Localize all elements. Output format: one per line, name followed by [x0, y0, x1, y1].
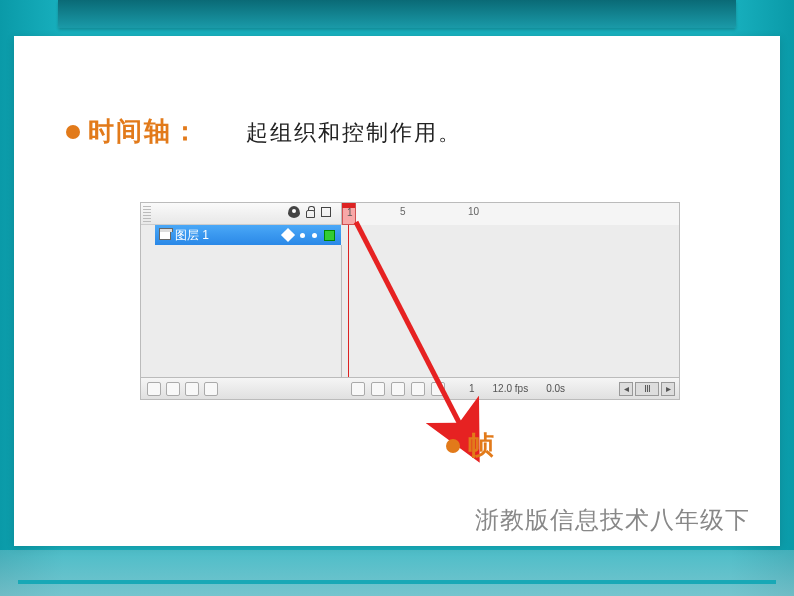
elapsed-time-value: 0.0s — [546, 383, 565, 394]
timeline-empty-area — [141, 245, 679, 377]
layer-icon — [159, 230, 171, 240]
frame-area-bg — [341, 245, 679, 377]
visibility-dot[interactable] — [300, 233, 305, 238]
frame-callout-label: 帧 — [446, 428, 494, 463]
center-frame-button[interactable] — [351, 382, 365, 396]
timeline-status: 1 12.0 fps 0.0s — [445, 383, 565, 394]
outline-color-swatch[interactable] — [324, 230, 335, 241]
panel-grip-icon[interactable] — [143, 206, 151, 222]
timeline-bottom-bar: 1 12.0 fps 0.0s ◂ Ⅲ ▸ — [141, 377, 679, 399]
lock-dot[interactable] — [312, 233, 317, 238]
heading-text: 时间轴： — [88, 114, 200, 149]
layer-controls — [141, 382, 341, 396]
new-folder-button[interactable] — [185, 382, 199, 396]
layer-name: 图层 1 — [175, 227, 209, 244]
onion-skin-markers-button[interactable] — [431, 382, 445, 396]
frame-label-text: 帧 — [468, 428, 494, 463]
flash-timeline-panel: 1 5 10 图层 1 — [140, 202, 680, 400]
visibility-eye-icon[interactable] — [288, 206, 300, 218]
onion-skin-outlines-button[interactable] — [391, 382, 405, 396]
current-frame-value: 1 — [469, 383, 475, 394]
footer-text: 浙教版信息技术八年级下 — [475, 504, 750, 536]
new-layer-button[interactable] — [147, 382, 161, 396]
heading-row: 时间轴： — [66, 114, 200, 149]
scroll-right-button[interactable]: ▸ — [661, 382, 675, 396]
onion-skin-controls — [341, 382, 445, 396]
layer-toggles — [283, 230, 335, 241]
frame-ruler[interactable]: 1 5 10 — [341, 203, 679, 225]
onion-skin-button[interactable] — [371, 382, 385, 396]
ruler-mark-10: 10 — [468, 206, 479, 217]
scroll-thumb[interactable]: Ⅲ — [635, 382, 659, 396]
top-decor-bar — [58, 0, 736, 28]
heading-bullet-icon — [66, 125, 80, 139]
scroll-left-button[interactable]: ◂ — [619, 382, 633, 396]
heading-description: 起组织和控制作用。 — [246, 118, 462, 148]
slide-content: 时间轴： 起组织和控制作用。 1 5 10 图层 1 — [14, 36, 780, 546]
frame-rate-value: 12.0 fps — [493, 383, 529, 394]
layer-1[interactable]: 图层 1 — [155, 225, 341, 245]
bottom-decor — [0, 550, 794, 596]
delete-layer-button[interactable] — [204, 382, 218, 396]
bottom-decor-line — [18, 580, 776, 584]
frame-bullet-icon — [446, 439, 460, 453]
lock-icon[interactable] — [306, 210, 315, 218]
layer-column-icons — [288, 206, 331, 218]
ruler-mark-5: 5 — [400, 206, 406, 217]
new-motion-guide-button[interactable] — [166, 382, 180, 396]
edit-multiple-frames-button[interactable] — [411, 382, 425, 396]
timeline-header: 1 5 10 — [141, 203, 679, 225]
outline-square-icon[interactable] — [321, 207, 331, 217]
pencil-icon — [281, 228, 295, 242]
playhead-icon[interactable] — [348, 225, 349, 381]
layer-row: 图层 1 — [141, 225, 679, 245]
timeline-scroll: ◂ Ⅲ ▸ — [619, 382, 679, 396]
